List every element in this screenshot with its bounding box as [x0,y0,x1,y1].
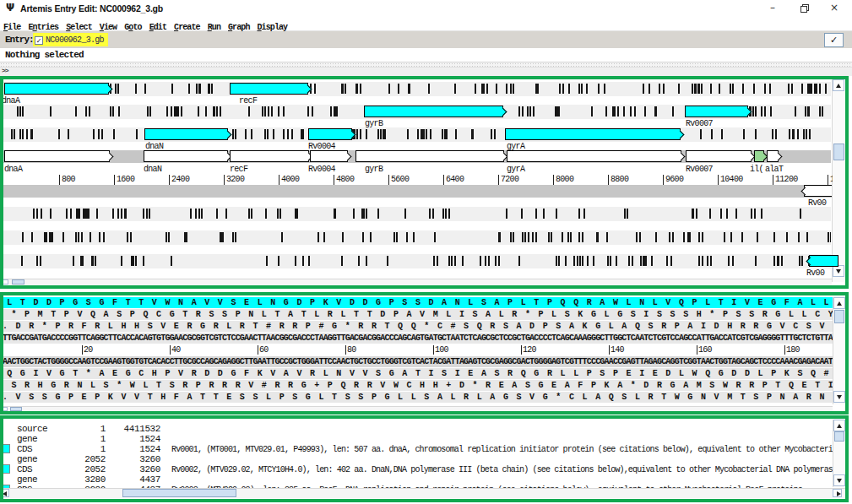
feature-list-panel[interactable]: source14411532gene11524CDS11524Rv0001, (… [0,419,845,488]
forward-frame-row-2[interactable] [0,105,831,119]
scroll-down-button[interactable] [833,474,845,486]
gene-box-alaT[interactable] [767,150,779,162]
dna-reverse-strand[interactable]: AACTGGCTACTGGGGCCAAGTCCGAAGTGGTGTCACACCT… [0,356,833,367]
dna-forward-strand[interactable]: TTGACCGATGACCCCGGTTCAGGCTTCACCACAGTGTGGA… [0,333,833,344]
stop-codon-tick [799,256,800,266]
gene-box-Rv0004[interactable] [310,150,348,162]
scroll-right-button[interactable] [833,489,842,497]
sequence-hscrollbar[interactable] [0,406,833,412]
aa-forward-frame-3[interactable]: . D R * P R F R L H H S V E R G R L R T … [0,321,833,332]
gene-box-gyrA[interactable] [507,150,681,162]
scroll-slider[interactable] [833,144,844,160]
gene-box-Rv0004[interactable] [308,128,352,140]
aa-forward-frame-1[interactable]: L T D D P G S G F T T V W N A V V S E L … [0,297,833,308]
restore-button[interactable] [797,2,812,15]
feature-row-3[interactable]: CDS11524Rv0001, (MT0001, MTV029.01, P499… [0,444,845,454]
stop-codon-tick [91,256,93,266]
stop-codon-tick [495,256,497,266]
gene-box-ile[interactable] [754,150,764,162]
stop-codon-tick [121,256,122,266]
scroll-slider[interactable] [834,310,844,323]
sequence-panel[interactable]: L T D D P G S G F T T V W N A V V S E L … [0,295,845,412]
gene-box-dnaA[interactable] [4,150,110,162]
gene-box-gyrB[interactable] [355,150,504,162]
right-arrow-icon [837,491,841,496]
feature-row-6[interactable]: gene32804437 [0,474,845,485]
gene-box-recF[interactable] [230,83,308,95]
scroll-left-button[interactable] [0,489,9,497]
aa-forward-frame-2[interactable]: * P M T P V Q A S P Q C G T R S S P N L … [0,309,833,320]
aa-reverse-frame-1[interactable]: Q G I V G T * A E G C H P V R D D G F K … [0,368,833,379]
gene-label-dnaA: dnaA [4,165,22,174]
stop-codon-tick [314,84,316,94]
reverse-frame-row-3[interactable] [0,254,831,268]
stop-codon-tick [701,84,703,94]
gene-box-dnaN[interactable] [144,150,228,162]
gene-label-alaT: alaT [765,165,783,174]
overview-vscrollbar[interactable] [832,79,845,282]
forward-frame-row-1[interactable] [0,82,831,96]
scroll-up-button[interactable] [833,79,844,91]
feature-row-5[interactable]: CDS20523260Rv0002, (MTV029.02, MTCY10H4.… [0,464,845,474]
gene-box-Rv0007[interactable] [686,150,752,162]
feature-row-1[interactable]: source14411532 [0,424,845,434]
scroll-up-button[interactable] [833,420,845,431]
base-number-row[interactable]: 20406080100120140160180 [0,344,833,355]
stop-codon-tick [636,232,638,242]
list-hscrollbar[interactable] [0,488,845,498]
gene-box-dnaN[interactable] [144,128,228,140]
forward-gene-band[interactable] [0,150,831,163]
reverse-frame-row-2[interactable] [0,230,831,245]
aa-reverse-frame-2[interactable]: S R H G R N L S * W L T S R P R R R V # … [0,380,833,391]
stop-codon-tick [669,232,670,242]
forward-frame-row-3[interactable] [0,127,831,142]
stop-codon-tick [582,232,583,242]
stop-codon-tick [362,232,364,242]
stop-codon-tick [606,232,608,242]
scroll-slider[interactable] [10,407,22,411]
aa-reverse-frame-3[interactable]: . V S S G P E P K V V T H F A T T E S S … [0,392,833,403]
stop-codon-tick [273,129,274,139]
close-button[interactable]: × [827,2,842,15]
expander-button[interactable]: >> [2,67,8,74]
stop-codon-tick [426,129,427,139]
gene-box-recF[interactable] [230,150,309,162]
stop-codon-tick [605,106,607,117]
gene-box-gyrB[interactable] [364,106,503,117]
scroll-left-button[interactable] [1,279,8,285]
feature-row-4[interactable]: gene20523260 [0,454,845,464]
reverse-gene-band[interactable] [0,185,845,198]
entry-file-tag[interactable]: ✓ NC000962_3.gb [33,33,108,46]
reverse-frame-row-1[interactable] [0,207,831,221]
splitter-divider[interactable] [0,62,852,68]
list-vscrollbar[interactable] [833,420,845,487]
scale-mark-800: 800 [59,175,75,185]
gene-box-dnaA[interactable] [4,83,109,95]
sequence-vscrollbar[interactable] [833,297,845,404]
scroll-down-button[interactable] [833,391,845,403]
down-arrow-icon [837,395,842,399]
scroll-up-button[interactable] [833,297,845,309]
scroll-slider[interactable] [834,431,844,442]
gene-box-rv00-reverse[interactable] [809,255,838,267]
stop-codon-tick [115,84,117,94]
scroll-left-button[interactable] [0,407,8,411]
stop-codon-tick [702,232,703,242]
gene-box-gyrA[interactable] [505,128,681,140]
status-row: Nothing selected [0,48,852,62]
overview-hscrollbar[interactable] [0,279,832,285]
entry-confirm-button[interactable]: ✓ [824,33,844,47]
scroll-slider[interactable] [12,279,24,285]
feature-row-2[interactable]: gene11524 [0,434,845,444]
scroll-down-button[interactable] [833,265,844,277]
scroll-slider[interactable] [122,489,236,497]
stop-codon-tick [366,256,367,266]
stop-codon-tick [775,129,777,139]
stop-codon-tick [49,232,51,242]
overview-panel[interactable]: dnaArecFgyrBRv0007dnaNRv0004gyrAdnaAdnaN… [0,79,845,285]
minimize-button[interactable]: – [765,2,780,15]
stop-codon-tick [728,256,730,266]
gene-box-Rv0007[interactable] [685,106,748,117]
stop-codon-tick [130,232,132,242]
entry-checkbox[interactable]: ✓ [35,36,43,45]
